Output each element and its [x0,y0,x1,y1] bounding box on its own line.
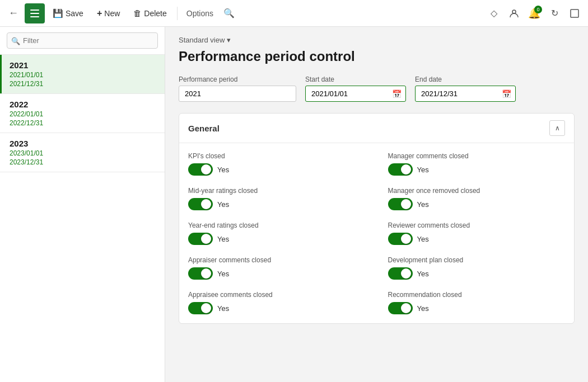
notification-button[interactable]: 🔔 0 [525,4,543,22]
toggle-kpis-closed: KPI's closed Yes [188,152,366,176]
sidebar-divider [0,172,165,172]
menu-button[interactable] [25,3,45,23]
toggle-value: Yes [217,270,229,278]
end-date-label: End date [415,76,516,83]
section-body: KPI's closed Yes Manager comments closed… [179,143,574,323]
options-label: Options [182,6,218,21]
save-icon: 💾 [53,8,63,18]
toggle-label: Reviewer comments closed [388,221,566,229]
toggle-value: Yes [417,166,429,174]
end-date-input[interactable] [415,86,516,102]
delete-button[interactable]: 🗑 Delete [128,5,172,21]
user-icon-button[interactable] [505,4,523,22]
toggle-label: Year-end ratings closed [188,221,366,229]
svg-rect-2 [30,16,39,17]
toggle-value: Yes [417,304,429,313]
toggle-label: Recommendation closed [388,291,566,299]
general-section-card: General ∧ KPI's closed Yes Manage [179,113,575,324]
toggle-value: Yes [217,166,229,174]
start-date-input[interactable] [305,86,406,102]
toggle-manager-comments: Manager comments closed Yes [388,152,566,176]
sidebar-item-sub1: 2022/01/01 [10,110,157,118]
main-layout: 🔍 2021 2021/01/01 2021/12/31 2022 2022/0… [0,27,588,382]
toggle-development-plan: Development plan closed Yes [388,256,566,280]
sidebar-item-title: 2023 [10,139,157,148]
toggle-switch-manager-comments[interactable] [388,163,413,176]
sidebar-item-2021[interactable]: 2021 2021/01/01 2021/12/31 [0,55,165,93]
toggle-mid-year: Mid-year ratings closed Yes [188,187,366,210]
toggle-appraisee-comments: Appraisee comments closed Yes [188,291,366,314]
sidebar-item-sub2: 2023/12/31 [10,158,157,166]
toggle-value: Yes [217,304,229,313]
toggle-year-end: Year-end ratings closed Yes [188,221,366,245]
plus-icon: + [97,8,102,18]
toggle-recommendation: Recommendation closed Yes [388,291,566,314]
new-button[interactable]: + New [91,5,125,22]
search-icon[interactable]: 🔍 [220,4,238,22]
end-date-field: End date 📅 [415,76,516,102]
view-selector[interactable]: Standard view ▾ [179,36,575,44]
toggle-switch-mid-year[interactable] [188,198,213,210]
toggle-value: Yes [217,235,229,243]
toggle-switch-reviewer-comments[interactable] [388,233,413,245]
svg-rect-1 [30,13,39,14]
chevron-down-icon: ▾ [227,36,231,44]
content-area: Standard view ▾ Performance period contr… [165,27,588,382]
toggle-appraiser-comments: Appraiser comments closed Yes [188,256,366,280]
svg-point-3 [512,10,516,13]
delete-icon: 🗑 [133,8,142,18]
diamond-icon-button[interactable]: ◇ [485,4,503,22]
period-field: Performance period [179,76,296,102]
toggle-switch-recommendation[interactable] [388,302,413,314]
toggle-switch-manager-once-removed[interactable] [388,198,413,210]
toggle-switch-appraiser-comments[interactable] [188,267,213,280]
expand-button[interactable] [566,4,584,22]
toolbar: ← 💾 Save + New 🗑 Delete Options 🔍 ◇ 🔔 0 … [0,0,588,27]
sidebar-item-sub2: 2022/12/31 [10,119,157,127]
svg-rect-0 [30,10,39,11]
toggle-switch-development-plan[interactable] [388,267,413,280]
calendar-icon[interactable]: 📅 [502,89,511,98]
sidebar-item-sub1: 2023/01/01 [10,149,157,157]
svg-rect-4 [571,10,578,17]
toggle-label: Appraisee comments closed [188,291,366,299]
section-title: General [188,124,220,133]
separator [177,7,178,20]
calendar-icon[interactable]: 📅 [392,89,402,98]
period-input[interactable] [179,86,296,102]
filter-wrap: 🔍 [0,27,165,55]
toggle-grid: KPI's closed Yes Manager comments closed… [188,152,565,314]
start-date-field: Start date 📅 [305,76,406,102]
period-label: Performance period [179,76,296,83]
back-button[interactable]: ← [4,4,22,22]
start-date-label: Start date [305,76,406,83]
toggle-label: Manager once removed closed [388,187,566,195]
toggle-label: Manager comments closed [388,152,566,160]
toggle-label: Appraiser comments closed [188,256,366,264]
toggle-switch-year-end[interactable] [188,233,213,245]
toggle-label: Development plan closed [388,256,566,264]
toggle-switch-kpis[interactable] [188,163,213,176]
notification-badge: 0 [534,6,542,13]
section-header: General ∧ [179,114,574,143]
toggle-label: KPI's closed [188,152,366,160]
refresh-button[interactable]: ↻ [545,4,563,22]
collapse-button[interactable]: ∧ [549,120,565,136]
view-label: Standard view [179,36,225,44]
toggle-label: Mid-year ratings closed [188,187,366,195]
save-button[interactable]: 💾 Save [47,5,89,22]
form-row: Performance period Start date 📅 End date… [179,76,575,102]
sidebar-item-2023[interactable]: 2023 2023/01/01 2023/12/31 [0,133,165,172]
sidebar-list: 2021 2021/01/01 2021/12/31 2022 2022/01/… [0,55,165,382]
toggle-value: Yes [217,200,229,209]
filter-input[interactable] [7,32,158,49]
sidebar-item-2022[interactable]: 2022 2022/01/01 2022/12/31 [0,94,165,133]
sidebar-item-title: 2022 [10,100,157,109]
sidebar-item-sub1: 2021/01/01 [10,71,157,79]
sidebar-item-sub2: 2021/12/31 [10,80,157,88]
toggle-switch-appraisee-comments[interactable] [188,302,213,314]
toggle-manager-once-removed: Manager once removed closed Yes [388,187,566,210]
filter-search-icon: 🔍 [11,36,20,45]
toggle-value: Yes [417,270,429,278]
sidebar-item-title: 2021 [10,60,157,70]
